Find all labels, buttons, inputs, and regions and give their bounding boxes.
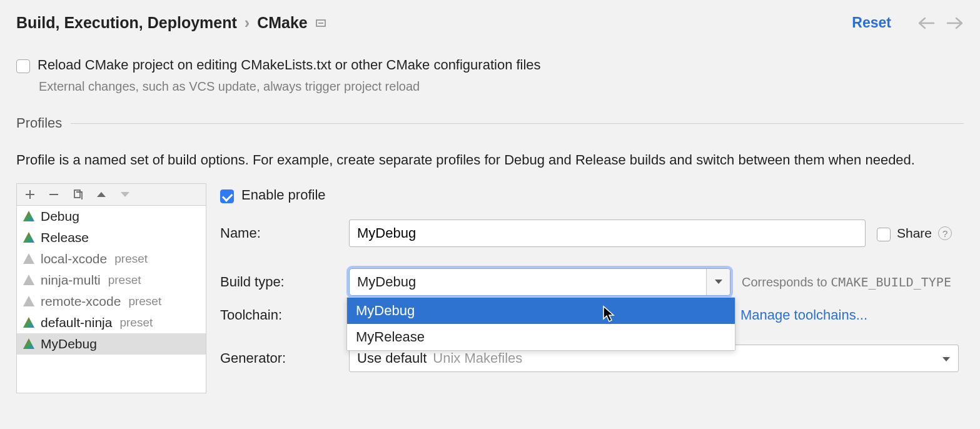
name-label: Name: [220,225,349,241]
enable-profile-label: Enable profile [241,187,326,203]
generator-default-label: Use default [357,350,427,366]
profile-name: default-ninja [41,315,112,330]
profile-item[interactable]: local-xcodepreset [17,248,206,270]
profile-item[interactable]: Debug [17,206,206,227]
cmake-icon [22,273,36,287]
manage-toolchains-link[interactable]: Manage toolchains... [740,307,867,323]
nav-back-icon[interactable] [917,17,935,29]
cmake-icon [22,231,36,245]
cmake-icon [22,209,36,223]
reload-checkbox[interactable] [16,59,30,73]
profile-item[interactable]: MyDebug [17,333,206,355]
cmake-icon [22,295,36,308]
build-type-dropdown[interactable]: MyDebug MyRelease [346,297,735,351]
enable-profile-checkbox[interactable] [220,189,234,203]
generator-label: Generator: [220,350,349,366]
profile-name: MyDebug [41,336,97,351]
profile-name: Debug [41,209,79,224]
toolchain-label: Toolchain: [220,307,349,323]
reload-label: Reload CMake project on editing CMakeLis… [38,57,541,73]
preset-tag: preset [114,252,148,266]
build-type-label: Build type: [220,274,349,290]
build-type-var: CMAKE_BUILD_TYPE [831,275,951,290]
profile-name: Release [41,230,89,245]
dropdown-item[interactable]: MyRelease [347,324,735,350]
breadcrumb-parent[interactable]: Build, Execution, Deployment [16,14,237,32]
profiles-list[interactable]: DebugReleaselocal-xcodepresetninja-multi… [16,206,206,393]
profile-item[interactable]: ninja-multipreset [17,270,206,291]
profile-name: ninja-multi [41,273,101,288]
build-type-combobox[interactable]: MyDebug [349,268,730,296]
nav-forward-icon[interactable] [946,17,964,29]
profiles-description: Profile is a named set of build options.… [16,150,961,169]
preset-tag: preset [119,316,153,330]
cmake-icon [22,252,36,266]
share-checkbox[interactable] [877,228,891,241]
profile-item[interactable]: remote-xcodepreset [17,291,206,312]
profile-name: remote-xcode [41,294,121,309]
profile-name: local-xcode [41,251,107,266]
add-profile-button[interactable] [24,189,36,200]
move-down-button[interactable] [119,190,131,199]
profile-item[interactable]: default-ninjapreset [17,312,206,333]
cmake-icon [22,316,36,330]
name-field[interactable] [349,220,866,247]
dropdown-item[interactable]: MyDebug [347,298,735,324]
preset-tag: preset [108,273,141,287]
share-label: Share [897,226,932,241]
remove-profile-button[interactable] [48,189,59,200]
breadcrumb-current: CMake [257,14,308,32]
divider [71,123,964,124]
cmake-icon [22,337,36,351]
profiles-section-title: Profiles [16,115,62,131]
reload-hint: External changes, such as VCS update, al… [39,79,964,94]
chevron-down-icon[interactable] [706,269,730,295]
svg-rect-2 [74,190,80,198]
collapse-icon[interactable] [315,18,326,29]
build-type-hint: Corresponds to [742,275,831,289]
profile-item[interactable]: Release [17,227,206,248]
help-icon[interactable]: ? [938,226,952,240]
copy-profile-button[interactable] [72,189,83,200]
generator-value: Unix Makefiles [433,350,522,366]
build-type-value: MyDebug [350,274,706,290]
preset-tag: preset [128,295,161,308]
reset-link[interactable]: Reset [852,14,891,31]
breadcrumb-separator: › [245,14,250,32]
move-up-button[interactable] [96,190,107,199]
chevron-down-icon[interactable] [942,351,951,366]
